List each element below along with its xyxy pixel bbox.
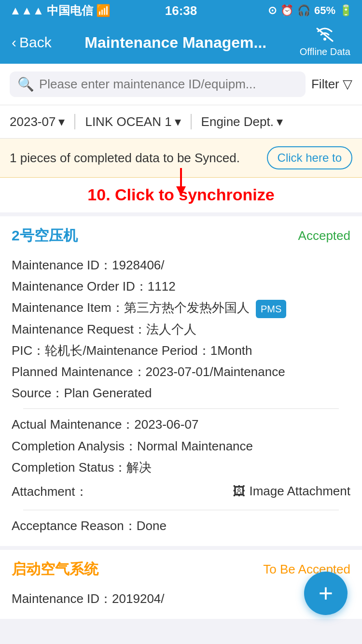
actual-maintenance-line: Actual Maintenance：2023-06-07 [12, 414, 350, 435]
filter-label: Filter [311, 77, 339, 91]
nav-title: Maintenance Managem... [52, 34, 300, 52]
search-icon: 🔍 [17, 76, 34, 92]
card-2-title[interactable]: 启动空气系统 [12, 560, 98, 579]
annotation-text: 10. Click to synchronize [87, 185, 274, 204]
offline-icon [316, 28, 334, 45]
sync-message: 1 pieces of completed data to be Synced. [10, 151, 240, 166]
attachment-label: Attachment： [12, 481, 88, 502]
maintenance-card-1: 2号空压机 Accepted Maintenance ID：1928406/ M… [0, 216, 362, 550]
battery-label: 65% [314, 4, 335, 17]
card-2-maintenance-id-line: Maintenance ID：2019204/ [12, 588, 350, 609]
card-divider-1 [23, 408, 339, 409]
planned-maintenance-line: Planned Maintenance：2023-07-01/Maintenan… [12, 361, 350, 382]
search-input-wrapper[interactable]: 🔍 [10, 71, 306, 97]
status-right: ⊙ ⏰ 🎧 65% 🔋 [268, 4, 352, 17]
offline-data-button[interactable]: Offline Data [300, 28, 350, 57]
card-divider-2 [23, 510, 339, 510]
pic-line: PIC：轮机长/Maintenance Period：1Month [12, 340, 350, 361]
card-1-header: 2号空压机 Accepted [0, 216, 362, 251]
image-icon: 🖼 [233, 484, 245, 499]
acceptance-reason-line: Acceptance Reason：Done [12, 515, 350, 536]
card-1-body: Maintenance ID：1928406/ Maintenance Orde… [0, 251, 362, 546]
vessel-chevron-icon: ▾ [175, 114, 181, 129]
battery-icon: 🔋 [339, 4, 352, 17]
attachment-row: Attachment： 🖼 Image Attachment [12, 478, 350, 505]
nav-bar: ‹ Back Maintenance Managem... Offline Da… [0, 21, 362, 64]
wifi-icon: 📶 [96, 4, 111, 17]
attachment-link-text: Image Attachment [249, 484, 350, 499]
search-bar: 🔍 Filter ▽ [0, 64, 362, 105]
filter-icon: ▽ [343, 77, 352, 91]
svg-point-1 [323, 38, 326, 41]
dept-chevron-icon: ▾ [277, 114, 283, 129]
fab-plus-icon: + [319, 579, 333, 608]
status-time: 16:38 [165, 3, 197, 18]
vessel-filter-label: LINK OCEAN 1 [85, 114, 171, 129]
maintenance-request-line: Maintenance Request：法人个人 [12, 319, 350, 340]
fab-button[interactable]: + [304, 572, 348, 615]
filter-row: 2023-07 ▾ LINK OCEAN 1 ▾ Engine Dept. ▾ [0, 105, 362, 139]
filter-divider-1 [74, 114, 75, 129]
dept-filter-label: Engine Dept. [201, 114, 274, 129]
attachment-link[interactable]: 🖼 Image Attachment [233, 484, 350, 499]
pms-badge: PMS [256, 300, 286, 318]
card-1-status: Accepted [298, 228, 350, 243]
filter-divider-2 [191, 114, 192, 129]
source-line: Source：Plan Generated [12, 382, 350, 404]
filter-button[interactable]: Filter ▽ [311, 77, 352, 92]
vessel-filter[interactable]: LINK OCEAN 1 ▾ [85, 114, 190, 129]
headphone-icon: 🎧 [297, 4, 310, 17]
date-chevron-icon: ▾ [58, 114, 65, 129]
alarm-icon: ⏰ [280, 4, 293, 17]
back-chevron-icon: ‹ [12, 34, 16, 51]
carrier-label: 中国电信 [47, 3, 93, 18]
date-filter[interactable]: 2023-07 ▾ [10, 114, 74, 129]
maintenance-id-line: Maintenance ID：1928406/ [12, 254, 350, 276]
status-bar: ▲▲▲ 中国电信 📶 16:38 ⊙ ⏰ 🎧 65% 🔋 [0, 0, 362, 21]
card-2-header: 启动空气系统 To Be Accepted [0, 550, 362, 584]
date-filter-label: 2023-07 [10, 114, 56, 129]
sync-button[interactable]: Click here to [267, 146, 352, 169]
card-1-title[interactable]: 2号空压机 [12, 226, 78, 246]
status-left: ▲▲▲ 中国电信 📶 [10, 3, 111, 18]
annotation-layer: 10. Click to synchronize [0, 178, 362, 216]
location-icon: ⊙ [268, 4, 277, 17]
completion-analysis-line: Completion Analysis：Normal Maintenance [12, 435, 350, 457]
completion-status-line: Completion Status：解决 [12, 457, 350, 478]
dept-filter[interactable]: Engine Dept. ▾ [201, 114, 292, 129]
maintenance-item-line: Maintenance Item：第三方热个发热外国人 PMS [12, 297, 350, 318]
offline-label: Offline Data [300, 46, 350, 57]
search-input[interactable] [39, 77, 298, 92]
back-button[interactable]: ‹ Back [12, 34, 52, 51]
maintenance-order-line: Maintenance Order ID：1112 [12, 276, 350, 297]
signal-icon: ▲▲▲ [10, 4, 44, 17]
back-label: Back [19, 34, 52, 51]
